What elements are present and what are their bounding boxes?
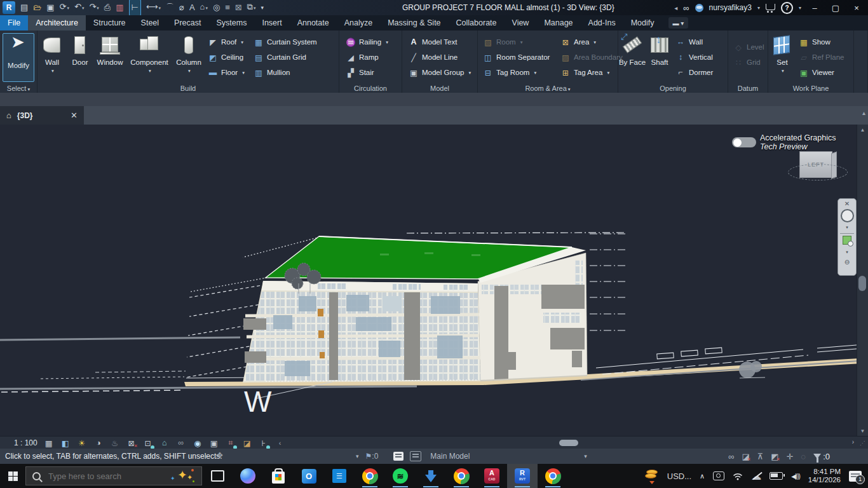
- taskbar-search[interactable]: ✦✦✦: [25, 466, 202, 485]
- crop-region-icon[interactable]: ⊡: [143, 438, 153, 448]
- tab-insert[interactable]: Insert: [254, 15, 289, 30]
- view-bar-collapse-icon[interactable]: ‹: [275, 438, 285, 448]
- home-icon[interactable]: ⌂: [6, 111, 11, 120]
- select-pinned-elements-icon[interactable]: ⊼: [757, 452, 764, 461]
- drawing-area[interactable]: W Accelerated Graphics Tech Preview LEFT…: [0, 125, 868, 436]
- sync-icon[interactable]: ⟳▾: [60, 0, 69, 16]
- component-button[interactable]: Component▾: [126, 30, 172, 75]
- tab-architecture[interactable]: Architecture: [28, 15, 86, 30]
- restore-button[interactable]: ▢: [828, 1, 843, 15]
- roof-button[interactable]: ◤Roof▾: [205, 34, 251, 50]
- navbar-close-icon[interactable]: ✕: [844, 200, 850, 208]
- model-group-button[interactable]: ▣Model Group▾: [406, 65, 477, 80]
- model-text-button[interactable]: AModel Text: [406, 34, 477, 50]
- redo-icon[interactable]: ↷▾: [89, 0, 98, 16]
- tag-room-button[interactable]: ⊟Tag Room▾: [480, 65, 558, 80]
- tab-bar-scroll-icon[interactable]: ▴: [862, 109, 865, 116]
- floor-button[interactable]: ▬Floor▾: [205, 65, 251, 80]
- tab-file[interactable]: File: [0, 15, 28, 30]
- detail-level-icon[interactable]: ▦: [44, 438, 54, 448]
- vertical-opening-button[interactable]: ↕Vertical: [673, 50, 722, 65]
- meet-now-icon[interactable]: [713, 471, 724, 480]
- ceiling-button[interactable]: ◩Ceiling: [205, 50, 251, 65]
- set-work-plane-button[interactable]: Set▾: [768, 30, 796, 75]
- drag-elements-on-selection-icon[interactable]: ✛: [787, 452, 794, 461]
- start-button[interactable]: [0, 464, 25, 488]
- spotify-button[interactable]: ≋: [385, 464, 416, 488]
- spot-elevation-icon[interactable]: ⌒: [166, 0, 174, 15]
- reveal-hidden-elements-icon[interactable]: ◉: [193, 438, 203, 448]
- steering-wheel-icon[interactable]: [841, 209, 854, 222]
- outlook-button[interactable]: O: [294, 464, 324, 488]
- locked-3d-view-icon[interactable]: ⌂: [159, 438, 170, 448]
- curtain-system-button[interactable]: ▦Curtain System: [251, 34, 320, 50]
- render-icon[interactable]: ♨: [110, 438, 120, 448]
- currency-widget-icon[interactable]: [645, 470, 659, 482]
- room-separator-button[interactable]: ◫Room Separator: [480, 50, 558, 65]
- analytical-model-icon[interactable]: ⌗: [226, 438, 236, 448]
- mullion-button[interactable]: ▥Mullion: [251, 65, 320, 80]
- scale-button[interactable]: 1 : 100: [14, 438, 37, 447]
- ribbon-display-toggle[interactable]: ▬ ▾: [668, 17, 689, 29]
- 3d-model-view[interactable]: W: [0, 125, 868, 436]
- downloads-app-button[interactable]: [416, 464, 446, 488]
- chrome-button-3[interactable]: [538, 464, 568, 488]
- text-icon[interactable]: A: [189, 0, 195, 15]
- customize-qat-icon[interactable]: ▾: [261, 0, 264, 15]
- stair-button[interactable]: ▞Stair: [343, 65, 402, 80]
- view-tab-close-icon[interactable]: ✕: [71, 111, 78, 120]
- view-tab-3d[interactable]: ⌂ {3D} ✕: [0, 106, 84, 125]
- app-store-cart-icon[interactable]: [766, 4, 775, 10]
- tray-expand-icon[interactable]: ∧: [700, 472, 705, 480]
- temporary-view-properties-icon[interactable]: ▣: [209, 438, 219, 448]
- clock[interactable]: 8:41 PM 14/1/2026: [808, 468, 841, 484]
- sun-path-icon[interactable]: ☀: [77, 438, 87, 448]
- username[interactable]: nursyafikay3: [709, 3, 752, 12]
- onedrive-paused-icon[interactable]: ☁: [751, 470, 761, 482]
- build-panel-label[interactable]: Build: [37, 85, 339, 92]
- help-menu-chevron-icon[interactable]: ▾: [799, 5, 801, 11]
- modify-button[interactable]: ➤ Modify: [3, 33, 34, 82]
- print-icon[interactable]: ⎙: [104, 0, 111, 15]
- autocad-button[interactable]: ACAD: [477, 464, 507, 488]
- wall-button[interactable]: Wall▾: [37, 30, 67, 75]
- tab-collaborate[interactable]: Collaborate: [449, 15, 505, 30]
- active-design-option-icon[interactable]: [393, 452, 403, 461]
- search-input[interactable]: [47, 471, 151, 482]
- scroll-down-icon[interactable]: ▼: [857, 426, 868, 436]
- reveal-constraints-icon[interactable]: ⊦: [259, 438, 269, 448]
- horizontal-scroll-thumb[interactable]: [559, 440, 578, 446]
- temporary-hide-isolate-icon[interactable]: ∞: [176, 438, 186, 448]
- accelerated-graphics-toggle[interactable]: [732, 137, 756, 147]
- ramp-button[interactable]: ◢Ramp: [343, 50, 402, 65]
- shadows-icon[interactable]: ◑: [93, 438, 104, 448]
- portal-app-button[interactable]: ☰: [324, 464, 355, 488]
- curtain-grid-button[interactable]: ▤Curtain Grid: [251, 50, 320, 65]
- tag-area-button[interactable]: ⊞Tag Area▾: [558, 65, 619, 80]
- measure-icon[interactable]: ⊢: [129, 0, 141, 16]
- tag-icon[interactable]: ⌀: [179, 0, 184, 15]
- viewer-button[interactable]: ▣Viewer: [796, 65, 846, 80]
- scroll-up-icon[interactable]: ▲: [857, 125, 868, 135]
- thin-lines-icon[interactable]: ≡: [225, 0, 230, 15]
- select-underlay-elements-icon[interactable]: ◪✕: [742, 452, 749, 461]
- select-links-icon[interactable]: ∞: [728, 452, 734, 461]
- navbar-options-icon[interactable]: ⊖: [844, 259, 850, 266]
- steering-wheel-menu-icon[interactable]: ▾: [846, 224, 848, 231]
- railing-button[interactable]: ♒Railing▾: [343, 34, 402, 50]
- mall-building-model[interactable]: [243, 236, 765, 383]
- switch-windows-icon[interactable]: ⧉▾: [247, 0, 256, 16]
- section-icon[interactable]: ◎: [213, 0, 220, 15]
- notification-center-icon[interactable]: 1: [849, 471, 862, 482]
- tab-manage[interactable]: Manage: [536, 15, 580, 30]
- view-cube-compass[interactable]: [788, 164, 848, 180]
- search-binoculars-icon[interactable]: ∞: [683, 3, 689, 13]
- dormer-button[interactable]: ⌐Dormer: [673, 65, 722, 80]
- tab-addins[interactable]: Add-Ins: [581, 15, 623, 30]
- tab-steel[interactable]: Steel: [133, 15, 167, 30]
- user-menu-chevron-icon[interactable]: ▾: [757, 5, 760, 11]
- help-icon[interactable]: ?: [781, 2, 793, 14]
- aligned-dimension-icon[interactable]: ⟷▾: [146, 0, 161, 16]
- chrome-button-2[interactable]: [446, 464, 477, 488]
- select-panel-label[interactable]: Select▾: [0, 85, 37, 92]
